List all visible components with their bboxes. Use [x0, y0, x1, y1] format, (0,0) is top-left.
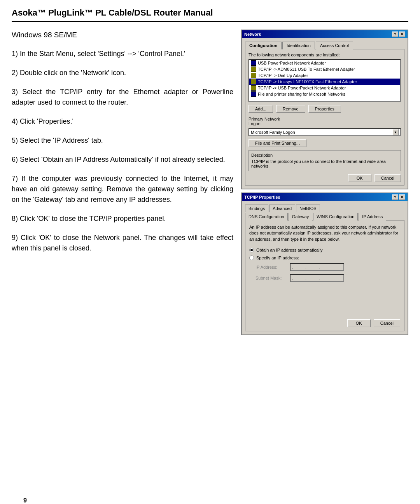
tcpip-help-button[interactable]: ? [392, 194, 398, 200]
tcpip-spacer [249, 285, 400, 316]
tcpip-tabs-row2: DNS Configuration Gateway WINS Configura… [245, 212, 404, 220]
page-title: Asoka™ PlugLink™ PL Cable/DSL Router Man… [12, 8, 408, 22]
tcpip-dialog-title: TCP/IP Properties [244, 195, 280, 200]
ip-fields: IP Address: . . . Subnet Mask: . . . [256, 263, 400, 282]
list-item[interactable]: TCP/IP -> Dial-Up Adapter [249, 72, 400, 79]
list-item[interactable]: TCP/IP -> ADM8511 USB To Fast Ethernet A… [249, 66, 400, 72]
step-6: 6) Select 'Obtain an IP Address Automati… [12, 154, 233, 165]
step-5: 5) Select the 'IP Address' tab. [12, 135, 233, 146]
network-tab-content: The following network components are ins… [245, 49, 404, 186]
description-title: Description [251, 153, 398, 158]
tcpip-ok-button[interactable]: OK [347, 319, 371, 327]
select-arrow-icon[interactable]: ▼ [392, 129, 399, 135]
list-item-text: TCP/IP -> USB PowerPacket Network Adapte… [258, 86, 346, 90]
radio-auto-btn[interactable] [249, 248, 254, 252]
ip-address-input[interactable]: . . . [290, 263, 344, 271]
tab-access-control[interactable]: Access Control [316, 42, 353, 49]
tab-dns[interactable]: DNS Configuration [245, 213, 288, 220]
radio-specify-btn[interactable] [249, 256, 254, 260]
right-column: Network ? ✕ Configuration Identification… [241, 30, 408, 338]
tcpip-tab-content: An IP address can be automatically assig… [245, 220, 404, 331]
ip-address-dots: . . . [292, 265, 325, 270]
radio-specify-label: Specify an IP address: [256, 256, 299, 260]
computer-icon [251, 79, 256, 84]
tcpip-cancel-button[interactable]: Cancel [374, 319, 400, 327]
tcpip-titlebar-buttons: ? ✕ [392, 194, 405, 200]
step-4: 4) Click 'Properties.' [12, 116, 233, 127]
network-dialog-title: Network [244, 32, 261, 37]
tcpip-tabs-row1: Bindings Advanced NetBIOS [245, 204, 404, 212]
file-print-button[interactable]: File and Print Sharing... [248, 139, 306, 147]
tab-bindings[interactable]: Bindings [245, 205, 268, 212]
network-help-button[interactable]: ? [392, 32, 398, 37]
step-2: 2) Double click on the 'Network' icon. [12, 68, 233, 78]
network-tabs: Configuration Identification Access Cont… [245, 41, 404, 49]
page-number: 9 [23, 497, 27, 504]
tab-wins[interactable]: WINS Configuration [313, 213, 358, 220]
network-content: Configuration Identification Access Cont… [242, 38, 408, 189]
step-3: 3) Select the TCP/IP entry for the Ether… [12, 87, 233, 108]
list-item-selected[interactable]: TCP/IP -> Linksys LNE100TX Fast Ethernet… [249, 79, 400, 85]
left-column: Windows 98 SE/ME 1) In the Start Menu, s… [12, 30, 233, 338]
primary-logon-label: Primary Network Logon: [248, 117, 291, 126]
titlebar-buttons: ? ✕ [392, 32, 405, 37]
list-item[interactable]: TCP/IP -> USB PowerPacket Network Adapte… [249, 85, 400, 91]
network-icon [251, 60, 256, 66]
radio-specify-row: Specify an IP address: [249, 256, 400, 260]
section-title: Windows 98 SE/ME [12, 30, 233, 41]
subnet-mask-input[interactable]: . . . [290, 274, 344, 282]
computer-icon [251, 85, 256, 91]
description-text: TCP/IP is the protocol you use to connec… [251, 159, 398, 168]
tab-advanced[interactable]: Advanced [269, 205, 295, 212]
computer-icon [251, 73, 256, 78]
remove-button[interactable]: Remove [276, 105, 305, 113]
computer-icon [251, 66, 256, 72]
list-item-text: File and printer sharing for Microsoft N… [258, 92, 345, 96]
primary-logon-select-row: Microsoft Family Logon ▼ [248, 128, 401, 136]
list-item-text: TCP/IP -> Dial-Up Adapter [258, 73, 308, 78]
step-9: 9) Click 'OK' to close the Network panel… [12, 233, 233, 254]
network-listbox[interactable]: USB PowerPacket Network Adapter TCP/IP -… [248, 59, 401, 102]
properties-button[interactable]: Properties [308, 105, 341, 113]
network-dialog: Network ? ✕ Configuration Identification… [241, 30, 408, 189]
primary-logon-row: Primary Network Logon: [248, 117, 401, 126]
list-item[interactable]: File and printer sharing for Microsoft N… [249, 91, 400, 97]
subnet-dots: . . . [292, 276, 325, 280]
radio-auto-label: Obtain an IP address automatically [256, 248, 322, 252]
network-buttons: Add... Remove Properties [248, 105, 401, 113]
ip-address-row: IP Address: . . . [256, 263, 400, 271]
installed-label: The following network components are ins… [248, 52, 401, 57]
add-button[interactable]: Add... [248, 105, 273, 113]
radio-auto-row: Obtain an IP address automatically [249, 248, 400, 252]
subnet-mask-row: Subnet Mask: . . . [256, 274, 400, 282]
tab-netbios[interactable]: NetBIOS [296, 205, 320, 212]
list-item[interactable]: USB PowerPacket Network Adapter [249, 60, 400, 66]
primary-logon-select[interactable]: Microsoft Family Logon ▼ [248, 128, 401, 136]
tab-identification[interactable]: Identification [282, 42, 315, 49]
tcpip-content: Bindings Advanced NetBIOS DNS Configurat… [242, 201, 408, 334]
tab-configuration[interactable]: Configuration [245, 42, 282, 49]
tab-gateway[interactable]: Gateway [289, 213, 312, 220]
list-item-text: USB PowerPacket Network Adapter [258, 61, 326, 65]
step-1: 1) In the Start Menu, select 'Settings' … [12, 49, 233, 59]
network-ok-button[interactable]: OK [348, 174, 371, 182]
subnet-mask-label: Subnet Mask: [256, 276, 287, 280]
file-print-row: File and Print Sharing... [248, 139, 401, 147]
tcpip-ok-cancel: OK Cancel [249, 319, 400, 327]
list-item-text: TCP/IP -> ADM8511 USB To Fast Ethernet A… [258, 67, 355, 72]
description-box: Description TCP/IP is the protocol you u… [248, 150, 401, 171]
tcpip-close-button[interactable]: ✕ [399, 194, 405, 200]
step-8: 8) Click 'OK' to close the TCP/IP proper… [12, 214, 233, 224]
tcpip-titlebar: TCP/IP Properties ? ✕ [242, 193, 408, 201]
network-icon [251, 91, 256, 97]
step-7: 7) If the computer was previously connec… [12, 173, 233, 205]
network-ok-cancel: OK Cancel [248, 174, 401, 182]
primary-logon-value: Microsoft Family Logon [251, 130, 295, 135]
network-cancel-button[interactable]: Cancel [374, 174, 401, 182]
tab-ipaddress[interactable]: IP Address [359, 213, 386, 220]
network-titlebar: Network ? ✕ [242, 30, 408, 38]
ip-address-label: IP Address: [256, 265, 287, 270]
network-close-button[interactable]: ✕ [399, 32, 405, 37]
tcpip-description: An IP address can be automatically assig… [249, 224, 400, 242]
list-item-text: TCP/IP -> Linksys LNE100TX Fast Ethernet… [258, 79, 357, 84]
